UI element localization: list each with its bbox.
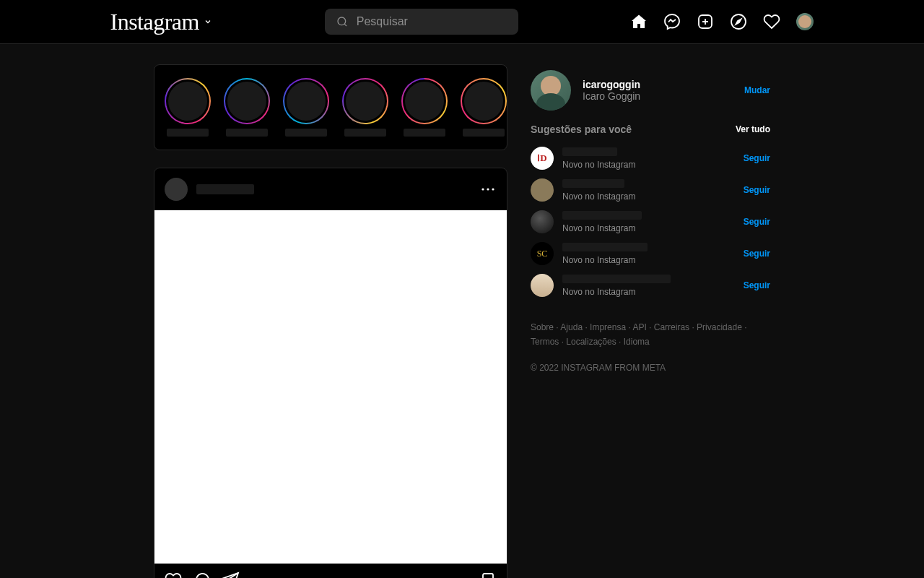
switch-account-button[interactable]: Mudar	[744, 85, 770, 95]
current-user-username[interactable]: icarogoggin	[583, 79, 640, 90]
svg-line-1	[344, 24, 346, 26]
follow-button[interactable]: Seguir	[744, 185, 770, 195]
post-author-name	[196, 184, 254, 194]
story-username	[226, 129, 268, 137]
suggestion-avatar[interactable]	[531, 274, 554, 297]
story-item[interactable]	[342, 78, 388, 137]
story-item[interactable]	[461, 78, 507, 137]
suggestion-row: SCNovo no InstagramSeguir	[531, 238, 770, 269]
post-card	[154, 168, 507, 578]
search-input[interactable]	[357, 15, 507, 28]
feed-column	[154, 64, 507, 578]
share-icon[interactable]	[222, 571, 240, 578]
svg-point-0	[338, 17, 346, 25]
explore-icon[interactable]	[730, 13, 747, 30]
suggestion-username[interactable]	[562, 211, 642, 220]
svg-marker-6	[736, 20, 741, 25]
bookmark-icon[interactable]	[479, 571, 497, 578]
see-all-button[interactable]: Ver tudo	[736, 124, 770, 134]
story-username	[404, 129, 445, 137]
more-icon[interactable]	[479, 181, 497, 198]
footer-line2[interactable]: Termos · Localizações · Idioma	[531, 337, 650, 347]
story-item[interactable]	[224, 78, 270, 137]
home-icon[interactable]	[630, 13, 648, 30]
suggestions-list: ⵏDNovo no InstagramSeguirNovo no Instagr…	[531, 142, 770, 301]
suggestion-subtitle: Novo no Instagram	[562, 287, 671, 297]
story-item[interactable]	[401, 78, 448, 137]
logo-text: Instagram	[110, 9, 199, 35]
story-username	[167, 129, 209, 137]
suggestion-avatar[interactable]	[531, 210, 554, 233]
sidebar: icarogoggin Icaro Goggin Mudar Sugestões…	[531, 64, 770, 578]
top-nav: Instagram	[0, 0, 924, 44]
svg-point-7	[481, 188, 484, 190]
follow-button[interactable]: Seguir	[744, 280, 770, 290]
nav-icons	[630, 13, 814, 30]
suggestion-username[interactable]	[562, 179, 624, 188]
suggestion-avatar[interactable]	[531, 178, 554, 202]
suggestion-row: Novo no InstagramSeguir	[531, 206, 770, 238]
suggestions-title: Sugestões para você	[531, 124, 632, 135]
follow-button[interactable]: Seguir	[744, 217, 770, 227]
suggestion-subtitle: Novo no Instagram	[562, 191, 635, 202]
search-box[interactable]	[325, 9, 518, 35]
suggestion-avatar[interactable]: ⵏD	[531, 147, 554, 170]
suggestion-avatar[interactable]: SC	[531, 242, 554, 265]
search-icon	[336, 16, 348, 27]
suggestion-subtitle: Novo no Instagram	[562, 223, 642, 233]
follow-button[interactable]: Seguir	[744, 249, 770, 259]
suggestions-header: Sugestões para você Ver tudo	[531, 124, 770, 135]
suggestion-row: Novo no InstagramSeguir	[531, 174, 770, 206]
suggestion-username[interactable]	[562, 147, 617, 156]
suggestion-username[interactable]	[562, 275, 671, 283]
story-username	[463, 129, 505, 137]
post-author[interactable]	[165, 178, 254, 201]
post-header	[154, 168, 507, 210]
current-user-avatar[interactable]	[531, 70, 571, 111]
footer-links: Sobre · Ajuda · Imprensa · API · Carreir…	[531, 320, 770, 350]
story-item[interactable]	[283, 78, 329, 137]
suggestion-row: ⵏDNovo no InstagramSeguir	[531, 142, 770, 174]
heart-icon[interactable]	[763, 13, 780, 30]
footer-line1[interactable]: Sobre · Ajuda · Imprensa · API · Carreir…	[531, 322, 746, 332]
nav-inner: Instagram	[110, 9, 814, 35]
profile-avatar-nav[interactable]	[796, 13, 814, 30]
suggestion-subtitle: Novo no Instagram	[562, 255, 648, 265]
svg-point-9	[492, 188, 494, 190]
main-content: icarogoggin Icaro Goggin Mudar Sugestões…	[0, 44, 924, 578]
chevron-down-icon	[204, 17, 212, 26]
copyright: © 2022 INSTAGRAM FROM META	[531, 363, 770, 373]
suggestion-row: Novo no InstagramSeguir	[531, 269, 770, 301]
story-item[interactable]	[165, 78, 211, 137]
follow-button[interactable]: Seguir	[744, 153, 770, 163]
current-user-row: icarogoggin Icaro Goggin Mudar	[531, 70, 770, 111]
messenger-icon[interactable]	[663, 13, 681, 30]
story-username	[285, 129, 327, 137]
like-icon[interactable]	[165, 571, 182, 578]
svg-point-8	[487, 188, 489, 190]
logo-button[interactable]: Instagram	[110, 9, 212, 35]
current-user-fullname: Icaro Goggin	[583, 90, 640, 102]
post-media[interactable]	[154, 210, 507, 564]
post-author-avatar	[165, 178, 188, 201]
suggestion-username[interactable]	[562, 243, 648, 251]
stories-tray	[154, 64, 507, 150]
post-actions	[154, 564, 507, 578]
new-post-icon[interactable]	[697, 13, 714, 30]
comment-icon[interactable]	[193, 571, 211, 578]
story-username	[344, 129, 386, 137]
suggestion-subtitle: Novo no Instagram	[562, 160, 635, 170]
